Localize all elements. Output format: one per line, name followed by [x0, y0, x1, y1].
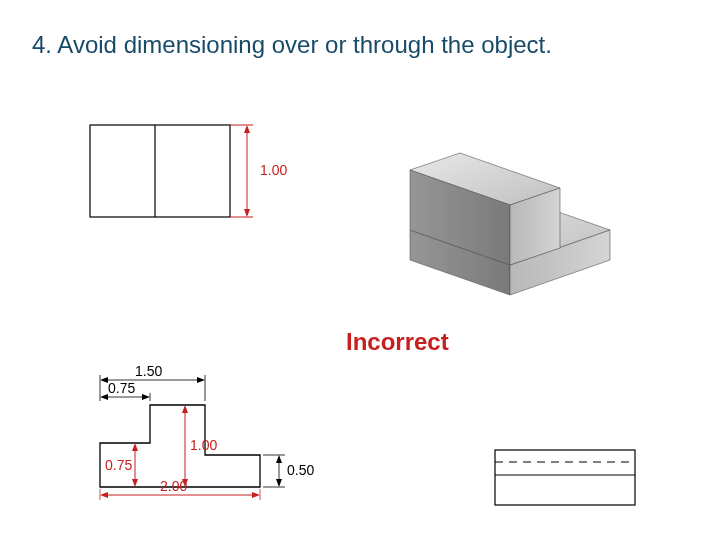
- svg-marker-18: [197, 377, 205, 383]
- dim-2-00: 2.00: [160, 478, 187, 494]
- dim-1-50: 1.50: [135, 363, 162, 379]
- svg-rect-0: [90, 125, 230, 217]
- svg-marker-37: [276, 455, 282, 463]
- svg-marker-22: [142, 394, 150, 400]
- top-front-view: 1.00: [85, 120, 305, 230]
- svg-marker-6: [244, 209, 250, 217]
- svg-marker-38: [276, 479, 282, 487]
- svg-marker-21: [100, 394, 108, 400]
- svg-marker-32: [100, 492, 108, 498]
- incorrect-label: Incorrect: [346, 328, 449, 356]
- svg-marker-24: [132, 443, 138, 451]
- svg-marker-25: [132, 479, 138, 487]
- bottom-front-view: 1.50 0.75 0.75 1.00 2.00 0.50: [75, 335, 335, 525]
- dim-0-75h: 0.75: [105, 457, 132, 473]
- rule-title: 4. Avoid dimensioning over or through th…: [32, 28, 552, 62]
- dim-1-00h: 1.00: [190, 437, 217, 453]
- dim-top-height: 1.00: [260, 162, 287, 178]
- svg-rect-39: [495, 450, 635, 505]
- svg-marker-33: [252, 492, 260, 498]
- side-view: [490, 430, 650, 520]
- svg-marker-5: [244, 125, 250, 133]
- svg-marker-17: [100, 377, 108, 383]
- dim-0-75w: 0.75: [108, 380, 135, 396]
- isometric-view: [380, 110, 640, 300]
- dim-0-50: 0.50: [287, 462, 314, 478]
- svg-marker-27: [182, 405, 188, 413]
